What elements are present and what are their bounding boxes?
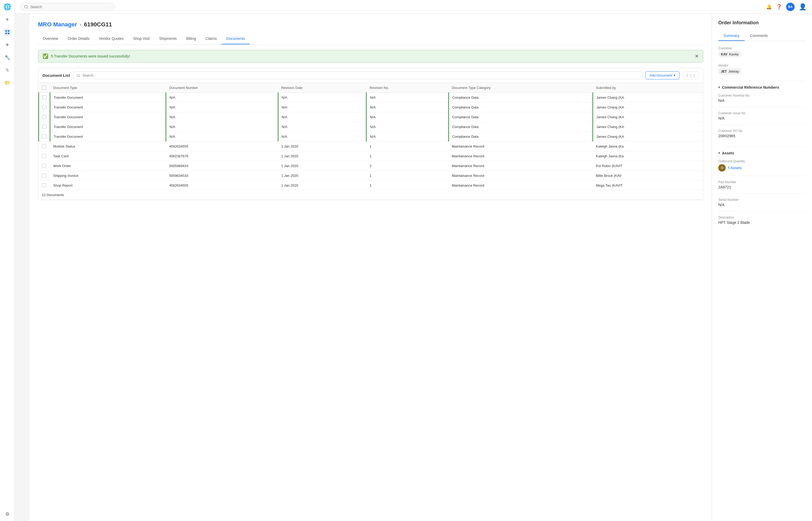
document-search-input[interactable] <box>82 73 639 77</box>
customer-nominal-no-label: Customer Nominal No. <box>718 94 806 97</box>
table-row: Transfer Document N/A N/A N/A Compliance… <box>39 132 703 141</box>
svg-rect-0 <box>5 30 7 32</box>
sidebar-item-dashboard[interactable] <box>4 28 11 36</box>
assets-count-link[interactable]: ⚙ 5 Assets <box>718 164 806 172</box>
vendor-section: Vendor JET Jetway <box>718 64 806 74</box>
columns-button[interactable]: ⋮⋮⋮ <box>683 71 699 80</box>
tab-vendor-quotes[interactable]: Vendor Quotes <box>94 33 128 44</box>
col-checkbox <box>39 83 50 93</box>
customer-nominal-no-field: Customer Nominal No. N/A <box>718 94 806 107</box>
panel-tabs: Summary Comments <box>718 31 806 41</box>
cell-category-0: Compliance Data <box>449 93 593 103</box>
commercial-ref-header[interactable]: ▾ Commercial Reference Numbers <box>718 85 806 89</box>
cell-rev-date-2: N/A <box>278 112 366 122</box>
topbar: 🔔 ❓ BA 👤 <box>15 0 812 14</box>
cell-category-5: Maintainance Record <box>449 141 593 151</box>
topbar-right: 🔔 ❓ BA 👤 <box>766 3 807 11</box>
assets-collapse-icon: ▾ <box>718 151 720 155</box>
row-checkbox-8[interactable] <box>42 174 46 178</box>
customer-issue-no-label: Customer Issue No. <box>718 111 806 115</box>
user-account-icon[interactable]: 👤 <box>799 3 807 10</box>
table-row: Task Card 4562367676 1 Jan 2020 1 Mainta… <box>39 151 703 161</box>
document-count: 12 Documents <box>39 190 703 200</box>
document-list-container: Document List Add Document ▾ ⋮⋮⋮ D <box>38 68 703 200</box>
table-row: Transfer Document N/A N/A N/A Compliance… <box>39 93 703 103</box>
row-checkbox-6[interactable] <box>42 154 46 158</box>
tab-shipments[interactable]: Shipments <box>154 33 181 44</box>
cell-rev-date-6: 1 Jan 2020 <box>278 151 366 161</box>
cell-submitted-8: Billie Brock (KAV <box>593 171 703 181</box>
tab-claims[interactable]: Claims <box>201 33 222 44</box>
cell-doc-type-3: Transfer Document <box>50 122 166 132</box>
columns-icon: ⋮⋮⋮ <box>685 73 696 77</box>
cell-doc-type-6: Task Card <box>50 151 166 161</box>
add-document-label: Add Document <box>649 73 672 77</box>
tab-shop-visit[interactable]: Shop Visit <box>128 33 154 44</box>
select-all-checkbox[interactable] <box>42 86 46 90</box>
cell-rev-no-0: N/A <box>366 93 449 103</box>
breadcrumb-parent[interactable]: MRO Manager <box>38 21 77 28</box>
customer-po-no-label: Customer PO No. <box>718 129 806 133</box>
search-input[interactable] <box>30 5 111 9</box>
row-checkbox-4[interactable] <box>42 134 46 139</box>
customer-section: Customer KAV Kavita <box>718 46 806 57</box>
row-checkbox-7[interactable] <box>42 164 46 168</box>
row-checkbox-2[interactable] <box>42 115 46 119</box>
row-checkbox-3[interactable] <box>42 124 46 129</box>
sidebar-item-add[interactable]: + <box>4 16 11 23</box>
sidebar-item-folder[interactable]: 📁 <box>4 79 11 87</box>
document-search-box[interactable] <box>73 71 642 79</box>
cell-category-8: Maintainance Record <box>449 171 593 181</box>
description-value: HPT Stage 2 Blade <box>718 220 806 225</box>
search-icon <box>76 74 80 77</box>
cell-rev-no-8: 1 <box>366 171 449 181</box>
vendor-code: JET <box>721 70 727 73</box>
cell-submitted-4: James Chang (KA <box>593 132 703 141</box>
row-checkbox-9[interactable] <box>42 183 46 187</box>
cell-submitted-7: Pol Robin (KAVIT <box>593 161 703 171</box>
cell-rev-date-0: N/A <box>278 93 366 103</box>
commercial-ref-title: Commercial Reference Numbers <box>722 85 779 89</box>
success-icon: ✅ <box>43 53 48 59</box>
help-icon[interactable]: ❓ <box>776 4 782 10</box>
add-document-button[interactable]: Add Document ▾ <box>646 71 679 80</box>
row-checkbox-5[interactable] <box>42 144 46 148</box>
main-area: MRO Manager › 6190CG11 Overview Order De… <box>29 14 812 521</box>
sidebar-item-tools[interactable]: 🔧 <box>4 54 11 61</box>
sidebar-item-flights[interactable]: ✈ <box>4 41 11 49</box>
tab-overview[interactable]: Overview <box>38 33 63 44</box>
assets-header[interactable]: ▾ Assets <box>718 151 806 155</box>
tab-documents[interactable]: Documents <box>222 33 250 44</box>
serial-number-value: N/A <box>718 203 806 207</box>
cell-rev-no-1: N/A <box>366 103 449 112</box>
cell-rev-date-5: 1 Jan 2020 <box>278 141 366 151</box>
panel-tab-comments[interactable]: Comments <box>745 31 773 41</box>
svg-line-7 <box>79 76 80 77</box>
table-row: Transfer Document N/A N/A N/A Compliance… <box>39 122 703 132</box>
row-checkbox-0[interactable] <box>42 95 46 99</box>
alert-close-button[interactable]: ✕ <box>695 53 699 59</box>
cell-doc-number-9: 4562634555 <box>166 181 278 190</box>
collapse-icon: ▾ <box>718 86 720 89</box>
cell-rev-date-1: N/A <box>278 103 366 112</box>
panel-tab-summary[interactable]: Summary <box>718 31 745 41</box>
cell-submitted-5: Kaleigh Jasna (Ka <box>593 141 703 151</box>
sidebar-item-settings[interactable]: ⚙ <box>4 511 11 518</box>
sidebar-item-shipments[interactable]: ✂ <box>2 65 13 75</box>
right-panel: Order Information Summary Comments Custo… <box>712 14 812 521</box>
cell-doc-number-8: 0059634533 <box>166 171 278 181</box>
customer-issue-no-field: Customer Issue No. N/A <box>718 111 806 125</box>
cell-doc-number-5: 4562634555 <box>166 141 278 151</box>
row-checkbox-1[interactable] <box>42 105 46 109</box>
col-revision-date: Revision Date <box>278 83 366 93</box>
tab-billing[interactable]: Billing <box>181 33 201 44</box>
cell-rev-date-8: 1 Jan 2020 <box>278 171 366 181</box>
cell-doc-number-1: N/A <box>166 103 278 112</box>
notifications-icon[interactable]: 🔔 <box>766 4 772 10</box>
col-revision-no: Revision No. <box>366 83 449 93</box>
tab-order-details[interactable]: Order Details <box>63 33 94 44</box>
svg-point-4 <box>25 5 27 8</box>
cell-doc-type-7: Work Order <box>50 161 166 171</box>
customer-issue-no-value: N/A <box>718 116 806 120</box>
search-box[interactable] <box>20 3 115 11</box>
